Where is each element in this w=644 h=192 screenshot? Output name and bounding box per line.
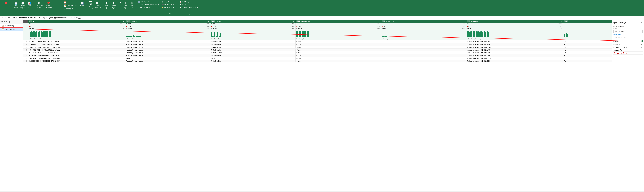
col-filter-severity[interactable]: ▼ — [293, 20, 294, 22]
bar — [40, 31, 41, 37]
sort-desc-button[interactable]: ↓Z — [119, 4, 122, 7]
combine-files-button[interactable]: 📁 Combine Files — [161, 6, 174, 8]
new-source-button[interactable]: 📄 NewSource ▼ — [13, 1, 19, 10]
bar — [383, 36, 384, 37]
properties-button[interactable]: 📋 Properties — [63, 1, 78, 4]
bar — [41, 31, 42, 37]
cell-attentionFlag — [380, 43, 466, 46]
col-filter-workflowstate[interactable]: ▼ — [378, 20, 380, 22]
table-row[interactable]: 88ABD009C-BBC6-4836-B36E-E7BA28D67...Fix… — [24, 60, 612, 63]
bar — [566, 34, 566, 37]
formula-expand-icon[interactable]: ⌄ — [641, 17, 643, 19]
manage-parameters-button[interactable]: 📌 ManageParameters ▼ — [44, 1, 52, 10]
step-item-promoted-headers[interactable]: Promoted Headers⚙ — [614, 46, 642, 49]
sort-asc-button[interactable]: ↑A — [119, 1, 122, 4]
bar — [212, 36, 212, 37]
remove-columns-button[interactable]: ✖⊞ RemoveColumns ▼ — [94, 1, 102, 10]
all-properties-link[interactable]: All Properties — [614, 34, 642, 35]
bar — [128, 36, 129, 37]
group-by-button[interactable]: ⊞ GroupBy — [129, 1, 136, 9]
step-item-source[interactable]: Source⚙ — [614, 39, 642, 43]
bar — [484, 31, 484, 37]
stat-dot-valid — [29, 23, 30, 24]
cell-summary: Fixation (bolt/nut) issue — [125, 54, 210, 57]
row-number-6: 6 — [24, 54, 28, 57]
stat-label-valid: Valid — [383, 23, 386, 25]
col-filter-assetname[interactable]: ▼ — [560, 20, 562, 22]
table-row[interactable]: 77B9E68DF-3BFB-4648-8281-6523C31BB6...Ma… — [24, 57, 612, 60]
formula-input[interactable] — [10, 17, 640, 19]
advanced-editor-button[interactable]: 📝 Advanced Editor — [63, 4, 78, 7]
recent-sources-button[interactable]: 🕐 RecentSources ▼ — [20, 1, 26, 10]
stat-label-valid: Valid — [298, 23, 301, 25]
col-header-workflowstate: ABC workflowState ▼ — [296, 20, 381, 23]
table-row[interactable]: 3FB58EEDA-D9DA-4DF3-8677-A903EAA18...Fix… — [24, 46, 612, 49]
bar — [385, 36, 386, 37]
col-filter-attentionflag[interactable]: ▼ — [463, 20, 465, 22]
column-headers-row: ABC id ▼ ABC summary — [24, 20, 612, 23]
choose-columns-button[interactable]: ⊞ ChooseColumns ▼ — [87, 1, 94, 11]
replace-values-button[interactable]: ↔ Replace Values — [138, 6, 151, 8]
undo-formula-icon[interactable]: ✕ — [1, 16, 3, 19]
data-source-settings-button[interactable]: ⚙ Data sourcesettings — [35, 1, 44, 9]
bar — [472, 31, 472, 37]
col-filter-summary[interactable]: ▼ — [208, 20, 209, 22]
cell-id: 822A304D-B7E7-4378-B81E-81B504521... — [28, 51, 125, 54]
step-gear-navigation[interactable]: ⚙ — [641, 43, 642, 45]
vision-button[interactable]: 👁 Vision — [179, 3, 186, 6]
remove-columns-icon: ✖⊞ — [96, 1, 100, 5]
col-name-assetname: assetName — [471, 20, 479, 22]
cell-attentionFlag — [380, 46, 466, 49]
sidebar-item-observations[interactable]: 📋 Observations — [0, 27, 23, 31]
bar — [136, 36, 136, 37]
data-type-button[interactable]: 🔤 Data Type: Text ▼ — [138, 1, 153, 3]
table-row[interactable]: 68C2EB867-4733-4120-8A6D-1B094F3CE...Fix… — [24, 54, 612, 57]
step-gear-promoted-headers[interactable]: ⚙ — [641, 46, 642, 48]
stat-dot-empty — [29, 28, 30, 29]
cell-assetName: Taxiway In-pavement Lights.5207 — [466, 54, 563, 57]
sidebar-collapse-button[interactable]: ‹ — [22, 21, 22, 23]
close-apply-button[interactable]: ✖ Close & Apply ▼ — [1, 1, 11, 8]
merge-queries-button[interactable]: ⊞ Merge Queries ▼ — [161, 1, 176, 3]
bar — [137, 36, 138, 37]
bar — [36, 31, 37, 37]
split-column-button[interactable]: ⇕ SplitColumn ▼ — [122, 1, 129, 10]
table-row[interactable]: 221DA53F6-B60C-4FAB-8139-62D53150E...Fix… — [24, 43, 612, 46]
step-item-changed-type1[interactable]: ✕Changed Type1 — [614, 52, 642, 55]
keep-rows-button[interactable]: ⬆ KeepRows ▼ — [103, 1, 110, 10]
cell-assetName: Taxiway In-pavement Lights.2766 — [466, 46, 563, 49]
distinct-row: 1000 distinct, 1000 unique26 distinct, 1… — [24, 38, 612, 40]
enter-data-button[interactable]: 📊 EnterData — [26, 1, 33, 9]
append-queries-button[interactable]: ➕ Append Queries ▼ — [161, 3, 177, 6]
azure-ml-button[interactable]: ☁ Azure Machine Learning — [179, 6, 198, 8]
step-gear-source[interactable]: ⚙ — [640, 40, 642, 42]
merge-queries-icon: ⊞ — [162, 1, 163, 3]
cell-id: F8864901-2832-49BD-9799-0127E75AE8... — [28, 49, 125, 51]
data-grid-container[interactable]: ABC id ▼ ABC summary — [24, 20, 612, 192]
step-item-navigation[interactable]: Navigation⚙ — [614, 43, 642, 46]
col-header-assetname: ABC assetName ▼ — [466, 20, 563, 23]
bar — [45, 31, 46, 37]
stat-label-error: Error — [213, 25, 216, 27]
bar — [130, 36, 130, 37]
stat-value-error: 0% — [463, 25, 465, 27]
col-filter-id[interactable]: ▼ — [123, 20, 124, 22]
col-filter-ca[interactable]: ▼ — [609, 20, 611, 22]
step-item-changed-type[interactable]: Changed Type — [614, 49, 642, 52]
refresh-preview-arrow: ▼ — [82, 8, 83, 9]
table-row[interactable]: 15272DE73-E854-4084-BA46-E111970593...Fi… — [24, 40, 612, 43]
refresh-preview-button[interactable]: 🔄 RefreshPreview ▼ — [79, 1, 85, 10]
right-panel-close-button[interactable]: ✕ — [641, 21, 642, 24]
use-first-row-button[interactable]: ⊞ Use First Row as Headers ▼ — [138, 3, 160, 6]
name-input[interactable] — [614, 30, 642, 33]
bar — [467, 32, 467, 37]
sidebar-item-asset-history[interactable]: 📋 Asset History — [0, 24, 23, 27]
confirm-formula-icon[interactable]: ✓ — [4, 16, 7, 19]
col-name-ca: ca... — [568, 20, 571, 22]
remove-rows-button[interactable]: ⬇ RemoveRows ▼ — [110, 1, 117, 10]
bar — [482, 31, 482, 37]
text-analytics-button[interactable]: 📊 Text Analytics — [179, 1, 192, 3]
table-row[interactable]: 4F8864901-2832-49BD-9799-0127E75AE8...Fi… — [24, 49, 612, 51]
table-row[interactable]: 5822A304D-B7E7-4378-B81E-81B504521...Fix… — [24, 51, 612, 54]
manage-button[interactable]: ⚙ Manage ▼ — [63, 7, 78, 10]
